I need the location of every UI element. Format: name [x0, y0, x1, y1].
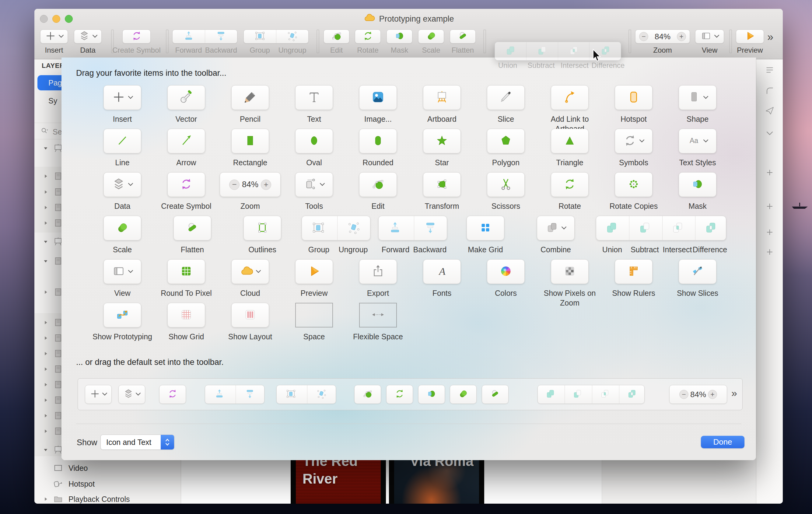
sheet-ungroup-segment[interactable]: [337, 216, 370, 240]
sheet-item-scissors[interactable]: [487, 172, 525, 197]
sheet-item-symbols[interactable]: [615, 129, 652, 153]
toolbar-overflow-button[interactable]: »: [767, 31, 773, 44]
zoom-out-button[interactable]: −: [639, 32, 648, 41]
toolbar-create-symbol[interactable]: [122, 30, 151, 44]
sheet-item-pencil[interactable]: [231, 85, 269, 110]
toolbar-insert[interactable]: [40, 30, 68, 44]
sheet-item-export[interactable]: [359, 259, 397, 284]
disclosure-right-icon[interactable]: [42, 173, 49, 179]
default-flatten[interactable]: [482, 385, 509, 404]
default-create-symbol[interactable]: [159, 385, 186, 404]
toolbar-preview[interactable]: [736, 30, 764, 44]
sheet-item-star[interactable]: [423, 129, 461, 153]
disclosure-down-icon[interactable]: [42, 258, 49, 264]
default-backward-segment[interactable]: [236, 385, 264, 403]
toolbar-scale[interactable]: [418, 30, 444, 44]
sheet-item-cloud[interactable]: [231, 259, 269, 284]
zoom-in-button[interactable]: +: [677, 32, 686, 41]
sheet-item-create-symbol[interactable]: [167, 172, 205, 197]
toolbar-ungroup-segment[interactable]: [276, 30, 309, 43]
sheet-item-show-rulers[interactable]: [615, 259, 652, 284]
sheet-item-line[interactable]: [104, 129, 141, 153]
default-overflow-button[interactable]: »: [731, 387, 737, 399]
disclosure-down-icon[interactable]: [42, 145, 49, 151]
add-style-button[interactable]: [764, 227, 775, 239]
disclosure-right-icon[interactable]: [42, 381, 49, 388]
toolbar-flatten[interactable]: [450, 30, 476, 44]
add-style-button[interactable]: [764, 167, 775, 179]
sheet-item-vector[interactable]: [167, 85, 205, 110]
sheet-item-fonts[interactable]: A: [423, 259, 461, 284]
sheet-item-zoom[interactable]: −84%+: [220, 172, 281, 197]
list-lines-icon[interactable]: [764, 64, 775, 77]
default-group-segment[interactable]: [277, 385, 305, 403]
sheet-item-preview[interactable]: [295, 259, 333, 284]
disclosure-right-icon[interactable]: [42, 350, 49, 357]
default-mask[interactable]: [418, 385, 445, 404]
disclosure-right-icon[interactable]: [42, 366, 49, 372]
sheet-item-edit[interactable]: [359, 172, 397, 197]
zoom-in-button[interactable]: +: [261, 179, 271, 190]
sheet-item-tools[interactable]: [295, 172, 333, 197]
disclosure-right-icon[interactable]: [42, 428, 49, 434]
toolbar-backward-segment[interactable]: [205, 30, 237, 43]
sheet-subtract-segment[interactable]: [629, 216, 660, 240]
sheet-item-show-pixels-on-zoom[interactable]: [551, 259, 589, 284]
sheet-item-arrow[interactable]: [167, 129, 205, 153]
disclosure-down-icon[interactable]: [42, 447, 49, 453]
add-style-button[interactable]: [764, 247, 775, 259]
sheet-item-hotspot[interactable]: [615, 85, 652, 110]
sheet-item-data[interactable]: [104, 172, 141, 197]
send-icon[interactable]: [764, 105, 775, 117]
sheet-item-forward-backward[interactable]: [378, 216, 447, 240]
sidebar-item-hotspot[interactable]: Hotspot: [34, 477, 181, 491]
disclosure-right-icon[interactable]: [42, 204, 49, 211]
sheet-item-flexible-space[interactable]: [359, 303, 397, 327]
sheet-group-segment[interactable]: [302, 216, 335, 240]
sheet-item-insert[interactable]: [104, 85, 141, 110]
sheet-item-rounded[interactable]: [359, 129, 397, 153]
corner-radius-icon[interactable]: [764, 85, 775, 97]
sheet-item-rectangle[interactable]: [231, 129, 269, 153]
zoom-out-button[interactable]: −: [679, 390, 689, 399]
default-bool-difference-segment[interactable]: [619, 385, 644, 403]
zoom-in-button[interactable]: +: [708, 390, 717, 399]
toolbar-mask[interactable]: [386, 30, 412, 44]
done-button[interactable]: Done: [701, 436, 745, 448]
default-scale[interactable]: [450, 385, 476, 404]
chevron-down-icon[interactable]: [764, 128, 775, 140]
default-rotate[interactable]: [386, 385, 413, 404]
toolbar-rotate[interactable]: [355, 30, 381, 44]
sheet-item-polygon[interactable]: [487, 129, 525, 153]
sheet-item-shape[interactable]: [679, 85, 717, 110]
toolbar-edit[interactable]: [323, 30, 349, 44]
sheet-item-text[interactable]: [295, 85, 333, 110]
toolbar-group-segment[interactable]: [244, 30, 276, 43]
toolbar-order[interactable]: [172, 30, 237, 44]
disclosure-right-icon[interactable]: [42, 189, 49, 195]
default-bool-union-segment[interactable]: [538, 385, 563, 403]
disclosure-right-icon[interactable]: [42, 397, 49, 403]
default-boolean-ops[interactable]: [538, 385, 645, 404]
sheet-item-show-grid[interactable]: [167, 303, 205, 327]
sidebar-page-symbols[interactable]: Sy: [49, 96, 57, 105]
sheet-item-show-layout[interactable]: [231, 303, 269, 327]
sheet-item-outlines[interactable]: [243, 216, 281, 240]
sheet-item-boolean-operations[interactable]: [596, 216, 726, 240]
default-bool-subtract-segment[interactable]: [564, 385, 590, 403]
minimize-button[interactable]: [52, 15, 60, 23]
default-edit[interactable]: [354, 385, 381, 404]
disclosure-down-icon[interactable]: [42, 238, 49, 245]
default-ungroup-segment[interactable]: [307, 385, 336, 403]
zoom-out-button[interactable]: −: [229, 179, 239, 190]
sheet-item-artboard[interactable]: [423, 85, 461, 110]
sheet-difference-segment[interactable]: [695, 216, 726, 240]
sheet-item-mask[interactable]: [679, 172, 717, 197]
sheet-backward-segment[interactable]: [414, 216, 447, 240]
sheet-item-make-grid[interactable]: [467, 216, 504, 240]
toolbar-forward-segment[interactable]: [173, 30, 205, 43]
close-button[interactable]: [40, 15, 48, 23]
sheet-item-rotate[interactable]: [551, 172, 589, 197]
sheet-item-image[interactable]: [359, 85, 397, 110]
sheet-item-show-slices[interactable]: [679, 259, 717, 284]
